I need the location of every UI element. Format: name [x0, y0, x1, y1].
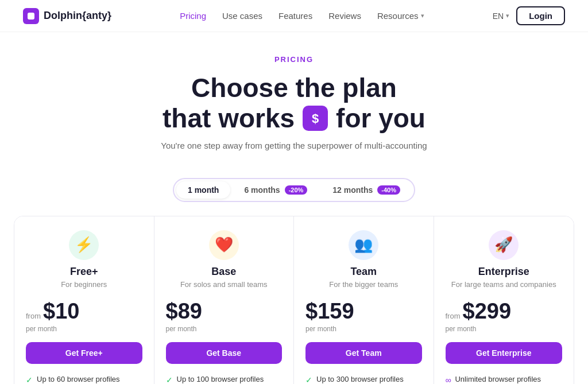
hero-section: PRICING Choose the plan that works $ for…: [0, 32, 588, 162]
logo-icon: [23, 8, 39, 24]
loop-icon: ∞: [446, 375, 451, 384]
plan-subtitle: For solos and small teams: [166, 280, 283, 289]
hero-subtitle: You're one step away from getting the su…: [11, 141, 577, 150]
feature-item: ∞ Unlimited browser profiles: [446, 374, 563, 384]
plan-name: Free+: [26, 266, 142, 278]
discount-badge-12m: -40%: [377, 185, 400, 195]
plan-icon: ❤️: [209, 230, 239, 260]
price-per: per month: [166, 325, 283, 333]
dollar-badge-icon: $: [303, 106, 328, 131]
nav-pricing[interactable]: Pricing: [180, 11, 206, 21]
plan-cta-button[interactable]: Get Base: [166, 342, 283, 364]
feature-list: ✓ Up to 300 browser profiles ✕ Additiona…: [305, 374, 422, 384]
plan-icon-wrapper: ❤️: [166, 230, 283, 260]
price-value: $10: [43, 299, 79, 324]
plan-card-team: 👥 Team For the bigger teams $159 per mon…: [294, 216, 434, 384]
plan-icon-wrapper: 🚀: [446, 230, 563, 260]
feature-item: ✓ Up to 100 browser profiles: [166, 374, 283, 384]
discount-badge-6m: -20%: [285, 185, 308, 195]
plan-name: Enterprise: [446, 266, 563, 278]
plan-price: from$10 per month: [26, 299, 142, 333]
nav-reviews[interactable]: Reviews: [328, 11, 361, 21]
feature-list: ✓ Up to 100 browser profiles ✕ Additiona…: [166, 374, 283, 384]
plan-card-enterprise: 🚀 Enterprise For large teams and compani…: [434, 216, 574, 384]
price-per: per month: [446, 325, 563, 333]
toggle-group: 1 month 6 months -20% 12 months -40%: [173, 178, 415, 202]
check-icon: ✓: [166, 375, 173, 384]
plan-icon-wrapper: 👥: [305, 230, 422, 260]
plan-subtitle: For large teams and companies: [446, 280, 563, 289]
check-icon: ✓: [26, 375, 33, 384]
plan-cta-button[interactable]: Get Team: [305, 342, 422, 364]
chevron-down-icon: ▾: [506, 12, 509, 20]
price-from: from: [26, 312, 41, 320]
toggle-12months[interactable]: 12 months -40%: [321, 181, 412, 199]
plan-price: from$299 per month: [446, 299, 563, 333]
language-selector[interactable]: EN ▾: [493, 11, 509, 21]
nav-links: Pricing Use cases Features Reviews Resou…: [180, 11, 424, 21]
navbar: Dolphin{anty} Pricing Use cases Features…: [0, 0, 588, 32]
toggle-1month[interactable]: 1 month: [176, 181, 230, 199]
plan-icon: ⚡: [69, 230, 99, 260]
hero-title: Choose the plan that works $ for you: [11, 73, 577, 134]
nav-use-cases[interactable]: Use cases: [222, 11, 262, 21]
feature-list: ∞ Unlimited browser profiles ✓ +$209 per…: [446, 374, 563, 384]
plan-icon: 🚀: [489, 230, 519, 260]
plan-price: $159 per month: [305, 299, 422, 333]
svg-rect-0: [28, 13, 34, 20]
plan-icon: 👥: [349, 230, 378, 260]
plan-icon-wrapper: ⚡: [26, 230, 142, 260]
price-value: $159: [305, 299, 354, 324]
hero-label: PRICING: [11, 55, 577, 64]
feature-list: ✓ Up to 60 browser profiles ✓ +$10 per f…: [26, 374, 142, 384]
price-per: per month: [305, 325, 422, 333]
plan-name: Base: [166, 266, 283, 278]
price-per: per month: [26, 325, 142, 333]
nav-resources[interactable]: Resources ▾: [377, 11, 424, 21]
pricing-cards: ⚡ Free+ For beginners from$10 per month …: [0, 216, 588, 384]
toggle-6months[interactable]: 6 months -20%: [233, 181, 319, 199]
price-from: from: [446, 312, 461, 320]
login-button[interactable]: Login: [516, 6, 565, 25]
chevron-down-icon: ▾: [421, 12, 424, 20]
feature-item: ✓ Up to 300 browser profiles: [305, 374, 422, 384]
feature-item: ✓ Up to 60 browser profiles: [26, 374, 142, 384]
cards-wrapper: ⚡ Free+ For beginners from$10 per month …: [14, 216, 574, 384]
check-icon: ✓: [305, 375, 312, 384]
price-value: $89: [166, 299, 202, 324]
price-value: $299: [463, 299, 512, 324]
plan-cta-button[interactable]: Get Free+: [26, 342, 142, 364]
nav-right: EN ▾ Login: [493, 6, 565, 25]
nav-features[interactable]: Features: [278, 11, 312, 21]
logo-text: Dolphin{anty}: [44, 10, 111, 22]
plan-card-base: ❤️ Base For solos and small teams $89 pe…: [154, 216, 295, 384]
plan-price: $89 per month: [166, 299, 283, 333]
logo[interactable]: Dolphin{anty}: [23, 8, 111, 24]
plan-subtitle: For the bigger teams: [305, 280, 422, 289]
plan-name: Team: [305, 266, 422, 278]
plan-card-freeplus: ⚡ Free+ For beginners from$10 per month …: [14, 216, 154, 384]
plan-cta-button[interactable]: Get Enterprise: [446, 342, 563, 364]
plan-subtitle: For beginners: [26, 280, 142, 289]
billing-toggle: 1 month 6 months -20% 12 months -40%: [0, 178, 588, 202]
